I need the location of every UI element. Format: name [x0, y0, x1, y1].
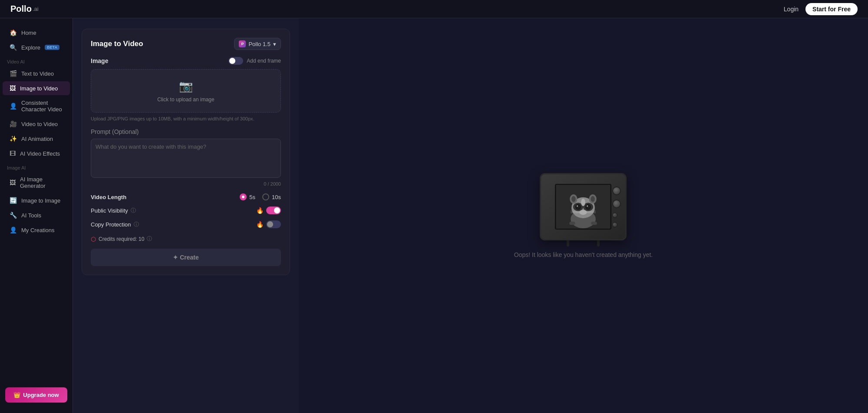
- image-to-image-icon: 🔄: [10, 197, 17, 204]
- sidebar-item-explore[interactable]: 🔍 Explore BETA: [3, 40, 70, 54]
- text-to-video-icon: 🎬: [10, 70, 17, 77]
- sidebar-item-label: Home: [21, 30, 36, 36]
- copy-protection-row: Copy Protection ⓘ 🔥: [91, 220, 281, 228]
- sidebar-item-label: Image to Image: [21, 197, 60, 204]
- tv-knob-small-1: [612, 213, 617, 218]
- home-icon: 🏠: [10, 29, 17, 36]
- tv-illustration: [540, 173, 627, 243]
- upload-text: Click to upload an image: [157, 97, 214, 103]
- section-video-label: Video AI: [0, 55, 73, 66]
- sidebar-item-ai-image-gen[interactable]: 🖼 AI Image Generator: [3, 173, 70, 193]
- prompt-textarea[interactable]: [91, 139, 281, 178]
- sidebar-item-label: My Creations: [21, 227, 55, 233]
- copy-protection-toggle[interactable]: [266, 220, 281, 228]
- upgrade-now-button[interactable]: 👑 Upgrade now: [5, 387, 67, 403]
- copy-protection-info-icon: ⓘ: [134, 221, 139, 228]
- credits-icon: ⬡: [91, 236, 96, 243]
- svg-rect-4: [591, 222, 597, 225]
- radio-10s[interactable]: 10s: [262, 193, 281, 200]
- tv-leg-right: [597, 240, 600, 246]
- image-to-video-icon: 🖼: [10, 85, 16, 92]
- sidebar-item-label: AI Tools: [21, 212, 41, 219]
- raccoon-image: [556, 185, 611, 229]
- sidebar-item-label: Explore: [21, 44, 40, 51]
- login-button[interactable]: Login: [784, 6, 799, 13]
- video-to-video-icon: 🎥: [10, 120, 17, 127]
- copy-protection-controls: 🔥: [256, 220, 281, 228]
- header: Pollo .ai Login Start for Free: [0, 0, 868, 18]
- start-for-free-button[interactable]: Start for Free: [805, 3, 858, 15]
- sidebar-item-my-creations[interactable]: 👤 My Creations: [3, 223, 70, 237]
- visibility-info-icon: ⓘ: [131, 207, 136, 214]
- sidebar-item-image-to-image[interactable]: 🔄 Image to Image: [3, 193, 70, 207]
- beta-badge: BETA: [45, 45, 59, 50]
- sidebar-item-label: Consistent Character Video: [21, 100, 63, 113]
- svg-point-20: [581, 199, 586, 206]
- header-actions: Login Start for Free: [784, 3, 858, 15]
- tv-screen: [555, 184, 611, 230]
- ai-image-gen-icon: 🖼: [10, 179, 16, 186]
- copy-protection-label: Copy Protection ⓘ: [91, 221, 139, 228]
- svg-point-17: [587, 206, 588, 207]
- logo-ai: .ai: [33, 6, 39, 12]
- sidebar-item-label: Image to Video: [20, 85, 58, 92]
- model-icon: P: [239, 40, 246, 47]
- sidebar-item-image-to-video[interactable]: 🖼 Image to Video: [3, 81, 70, 95]
- tv-leg-left: [567, 240, 569, 246]
- video-length-label: Video Length: [91, 194, 126, 200]
- credits-info-icon: ⓘ: [147, 235, 152, 243]
- sidebar-item-label: AI Animation: [21, 136, 53, 142]
- visibility-toggle[interactable]: [266, 206, 281, 214]
- tv-knob-medium: [612, 200, 621, 208]
- ai-animation-icon: ✨: [10, 135, 17, 142]
- video-length-radio-group: 5s 10s: [240, 193, 281, 200]
- sidebar-item-label: Text to Video: [21, 70, 54, 77]
- create-button[interactable]: ✦ Create: [91, 249, 281, 266]
- panel-card: Image to Video P Pollo 1.5 ▾ Image Add e…: [82, 29, 290, 275]
- credits-row: ⬡ Credits required: 10 ⓘ: [91, 235, 281, 243]
- add-end-frame-toggle[interactable]: [228, 57, 243, 65]
- svg-point-9: [591, 196, 595, 202]
- add-end-frame-toggle-group: Add end frame: [228, 57, 281, 65]
- char-count: 0 / 2000: [91, 181, 281, 187]
- svg-point-19: [580, 210, 587, 215]
- image-upload-area[interactable]: 📷 Click to upload an image: [91, 69, 281, 113]
- sidebar-item-consistent-character[interactable]: 👤 Consistent Character Video: [3, 96, 70, 116]
- video-length-row: Video Length 5s 10s: [91, 193, 281, 200]
- sidebar-item-ai-video-effects[interactable]: 🎞 AI Video Effects: [3, 147, 70, 160]
- svg-rect-3: [570, 222, 575, 225]
- svg-point-16: [577, 206, 578, 207]
- upload-icon: 📷: [179, 80, 193, 93]
- main-layout: 🏠 Home 🔍 Explore BETA Video AI 🎬 Text to…: [0, 18, 868, 413]
- sidebar-item-ai-tools[interactable]: 🔧 AI Tools: [3, 208, 70, 222]
- tv-legs: [540, 240, 627, 246]
- model-name: Pollo 1.5: [248, 41, 271, 47]
- logo: Pollo .ai: [10, 4, 39, 14]
- visibility-row: Public Visibility ⓘ 🔥: [91, 206, 281, 214]
- ai-tools-icon: 🔧: [10, 212, 17, 219]
- image-section-header: Image Add end frame: [91, 57, 281, 65]
- empty-state-message: Oops! It looks like you haven't created …: [514, 251, 653, 258]
- sidebar-item-text-to-video[interactable]: 🎬 Text to Video: [3, 67, 70, 80]
- model-selector[interactable]: P Pollo 1.5 ▾: [234, 38, 281, 50]
- visibility-label: Public Visibility ⓘ: [91, 207, 136, 214]
- radio-5s[interactable]: 5s: [240, 193, 255, 200]
- sidebar-item-home[interactable]: 🏠 Home: [3, 26, 70, 40]
- sidebar-item-ai-animation[interactable]: ✨ AI Animation: [3, 132, 70, 146]
- visibility-controls: 🔥: [256, 206, 281, 214]
- upgrade-label: Upgrade now: [23, 392, 59, 398]
- right-panel: Oops! It looks like you haven't created …: [299, 18, 868, 413]
- radio-dot-10s: [262, 193, 269, 200]
- sidebar-item-label: AI Video Effects: [20, 150, 60, 157]
- sidebar-item-video-to-video[interactable]: 🎥 Video to Video: [3, 117, 70, 131]
- section-image-label: Image AI: [0, 161, 73, 172]
- my-creations-icon: 👤: [10, 226, 17, 233]
- empty-state: Oops! It looks like you haven't created …: [514, 173, 653, 258]
- add-end-frame-label: Add end frame: [247, 58, 281, 64]
- explore-icon: 🔍: [10, 44, 17, 51]
- tv-knob-large: [612, 187, 621, 195]
- sidebar-item-label: AI Image Generator: [20, 176, 63, 189]
- credits-text: Credits required: 10: [99, 236, 144, 242]
- flame-icon-visibility: 🔥: [256, 207, 264, 214]
- ai-video-effects-icon: 🎞: [10, 150, 16, 157]
